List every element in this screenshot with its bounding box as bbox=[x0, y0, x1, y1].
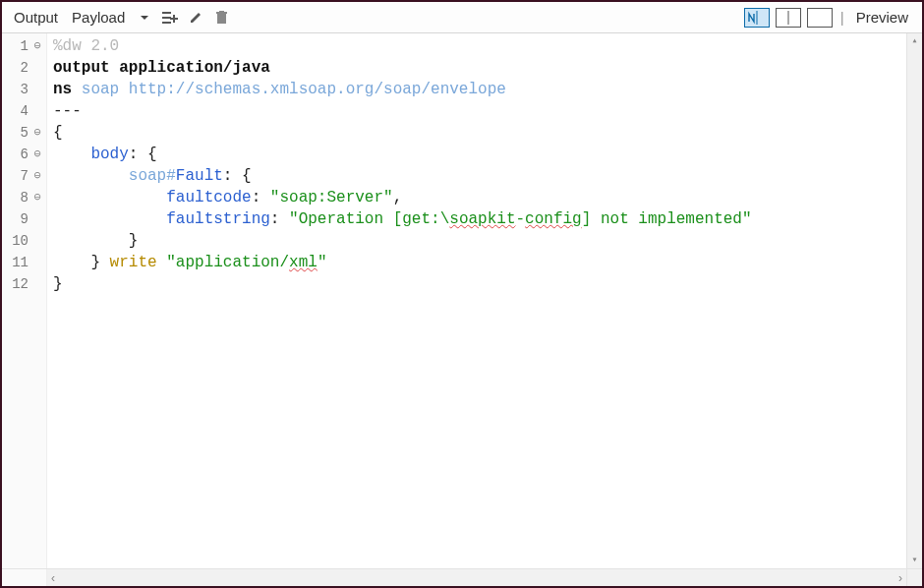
gutter-line: 10⊖ bbox=[2, 230, 46, 252]
horizontal-scrollbar-row: ‹ › bbox=[2, 568, 922, 586]
code-line[interactable]: { bbox=[53, 122, 902, 144]
svg-rect-5 bbox=[217, 14, 226, 24]
gutter-line: 1⊖ bbox=[2, 35, 46, 57]
code-line[interactable]: } bbox=[53, 273, 902, 295]
line-gutter: 1⊖2⊖3⊖4⊖5⊖6⊖7⊖8⊖9⊖10⊖11⊖12⊖ bbox=[2, 33, 47, 568]
scroll-left-icon[interactable]: ‹ bbox=[51, 571, 55, 585]
horizontal-scrollbar[interactable]: ‹ › bbox=[47, 569, 906, 586]
toolbar: Output Payload bbox=[2, 2, 922, 33]
chevron-down-icon[interactable] bbox=[133, 6, 156, 29]
editor-window: Output Payload bbox=[0, 0, 924, 588]
scroll-corner bbox=[906, 569, 922, 586]
view-mode-single[interactable] bbox=[807, 8, 833, 28]
code-line[interactable]: faultcode: "soap:Server", bbox=[53, 187, 902, 208]
fold-toggle-icon[interactable]: ⊖ bbox=[30, 169, 44, 183]
fold-toggle-icon[interactable]: ⊖ bbox=[30, 191, 44, 205]
scroll-up-icon[interactable]: ▴ bbox=[911, 33, 917, 49]
gutter-line: 4⊖ bbox=[2, 100, 46, 122]
list-add-icon[interactable] bbox=[158, 6, 182, 29]
code-content[interactable]: %dw 2.0output application/javans soap ht… bbox=[47, 33, 906, 568]
gutter-spacer bbox=[2, 569, 47, 586]
scroll-right-icon[interactable]: › bbox=[898, 571, 902, 585]
code-line[interactable]: } bbox=[53, 230, 902, 252]
code-line[interactable]: output application/java bbox=[53, 57, 902, 79]
code-line[interactable]: faultstring: "Operation [get:\soapkit-co… bbox=[53, 208, 902, 230]
preview-button[interactable]: Preview bbox=[850, 9, 916, 26]
fold-toggle-icon[interactable]: ⊖ bbox=[30, 39, 44, 53]
gutter-line: 9⊖ bbox=[2, 208, 46, 230]
code-line[interactable]: } write "application/xml" bbox=[53, 252, 902, 273]
svg-rect-2 bbox=[162, 22, 171, 24]
svg-rect-1 bbox=[162, 17, 171, 19]
pencil-icon[interactable] bbox=[184, 6, 207, 29]
scroll-down-icon[interactable]: ▾ bbox=[911, 553, 917, 568]
gutter-line: 3⊖ bbox=[2, 79, 46, 100]
output-label[interactable]: Output bbox=[8, 9, 64, 26]
gutter-line: 7⊖ bbox=[2, 165, 46, 187]
trash-icon[interactable] bbox=[209, 6, 233, 29]
toolbar-right: | Preview bbox=[742, 8, 916, 28]
fold-toggle-icon[interactable]: ⊖ bbox=[30, 147, 44, 161]
svg-rect-4 bbox=[170, 18, 178, 20]
toolbar-divider: | bbox=[837, 9, 848, 26]
svg-rect-7 bbox=[219, 11, 224, 12]
view-mode-split[interactable] bbox=[776, 8, 801, 28]
code-line[interactable]: --- bbox=[53, 100, 902, 122]
view-mode-split-n[interactable] bbox=[744, 8, 770, 28]
vertical-scrollbar[interactable]: ▴ ▾ bbox=[906, 33, 922, 568]
code-line[interactable]: ns soap http://schemas.xmlsoap.org/soap/… bbox=[53, 79, 902, 100]
payload-label[interactable]: Payload bbox=[66, 9, 131, 26]
code-line[interactable]: %dw 2.0 bbox=[53, 35, 902, 57]
code-line[interactable]: soap#Fault: { bbox=[53, 165, 902, 187]
gutter-line: 12⊖ bbox=[2, 273, 46, 295]
svg-rect-0 bbox=[162, 12, 171, 14]
gutter-line: 8⊖ bbox=[2, 187, 46, 208]
gutter-line: 6⊖ bbox=[2, 144, 46, 165]
editor-area: 1⊖2⊖3⊖4⊖5⊖6⊖7⊖8⊖9⊖10⊖11⊖12⊖ %dw 2.0outpu… bbox=[2, 33, 922, 568]
gutter-line: 5⊖ bbox=[2, 122, 46, 144]
toolbar-left: Output Payload bbox=[8, 6, 233, 29]
gutter-line: 11⊖ bbox=[2, 252, 46, 273]
fold-toggle-icon[interactable]: ⊖ bbox=[30, 126, 44, 140]
svg-rect-6 bbox=[216, 12, 227, 14]
gutter-line: 2⊖ bbox=[2, 57, 46, 79]
code-line[interactable]: body: { bbox=[53, 144, 902, 165]
